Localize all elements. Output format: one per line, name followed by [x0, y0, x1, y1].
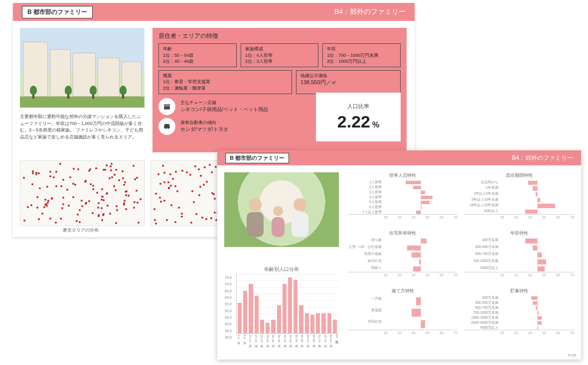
area-description: 主要都市部に通勤可能な郊外の分譲マンションを購入したニューファミリー。年収は70…	[20, 114, 145, 140]
stat-family: 家族構成 1位：4人世帯2位：3人世帯	[241, 43, 319, 67]
slide1-header: B 都市部のファミリー B4：郊外のファミリー	[13, 3, 415, 21]
map-tokyo	[20, 160, 145, 226]
features-heading: 居住者・エリアの特徴	[158, 32, 401, 40]
chart-age-distribution: 年齢別人口分布 30.035.040.045.050.055.060.065.0…	[224, 266, 339, 351]
chart-household-size: 世帯人員特性1人世帯2人世帯3人世帯4人世帯5人世帯6人世帯7人以上世帯2535…	[348, 172, 457, 222]
chart-ownership: 住宅所有特性持ち家公営・UR・公社借家民営の借家給与住宅間借り253545556…	[348, 230, 457, 280]
store-icon	[158, 98, 175, 115]
chart-savings: 貯蓄特性300万未満300-500万未満500-700万未満700-1000万未…	[464, 288, 574, 338]
stat-job: 職業 1位：教育・学習支援業2位：運輸業・郵便業	[158, 70, 292, 94]
population-ratio-box: 人口比率 2.22%	[316, 93, 401, 141]
slide-2: B 都市部のファミリー B4：郊外のファミリー 年齢別人口分布 30.035.0…	[217, 150, 581, 360]
area-photo	[20, 28, 145, 108]
category-badge: B 都市部のファミリー	[225, 153, 289, 163]
car-icon	[158, 118, 175, 135]
map-caption: 東京エリアの分布	[63, 227, 99, 234]
chart-income: 年収特性300万未満300-500万未満500-700万未満700-1000万未…	[464, 230, 574, 280]
car-brands: 保有自動車の傾向 ホンダ/マツダ/トヨタ	[180, 120, 228, 133]
chart-building-type: 建て方特性一戸建長屋建共同住宅253545556575	[348, 288, 457, 338]
chain-stores: 主なチェーン店舗 シネコン/子供用品/ペット・ペット用品	[180, 100, 268, 113]
features-panel: 居住者・エリアの特徴 年齢 1位：50－54歳2位：45－49歳 家族構成 1位…	[152, 28, 407, 152]
family-photo	[224, 172, 339, 247]
page-number: P.25	[569, 353, 576, 358]
chart-residence-period: 居住期間特性出生時から1年未満1年以上5年未満5年以上10年未満10年以上20年…	[464, 172, 574, 222]
stat-income: 年収 1位：700－1000万円未満2位：1000万円以上	[322, 43, 401, 67]
stat-land-price: 地価公示価格 138,550円／㎡	[296, 70, 401, 94]
segment-title: B4：郊外のファミリー	[334, 7, 406, 16]
segment-title: B4：郊外のファミリー	[512, 154, 573, 162]
category-badge: B 都市部のファミリー	[22, 6, 93, 18]
slide2-header: B 都市部のファミリー B4：郊外のファミリー	[217, 150, 581, 165]
stat-age: 年齢 1位：50－54歳2位：45－49歳	[158, 43, 237, 67]
